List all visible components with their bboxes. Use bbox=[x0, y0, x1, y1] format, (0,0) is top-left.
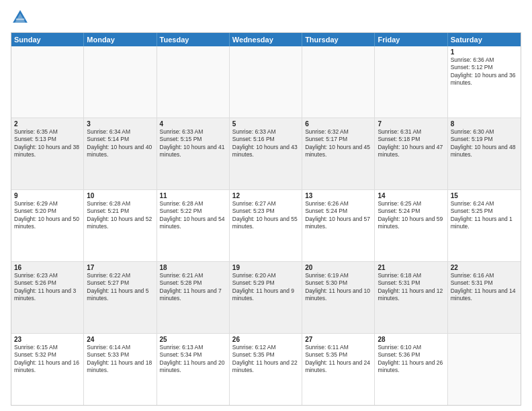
calendar-cell: 28Sunrise: 6:10 AM Sunset: 5:36 PM Dayli… bbox=[375, 334, 447, 405]
day-info: Sunrise: 6:34 AM Sunset: 5:14 PM Dayligh… bbox=[87, 128, 153, 159]
header bbox=[11, 8, 521, 27]
day-number: 26 bbox=[232, 336, 299, 343]
calendar-cell: 11Sunrise: 6:28 AM Sunset: 5:22 PM Dayli… bbox=[157, 190, 230, 261]
day-number: 13 bbox=[305, 192, 371, 199]
calendar-body: 1Sunrise: 6:36 AM Sunset: 5:12 PM Daylig… bbox=[11, 46, 521, 405]
day-info: Sunrise: 6:28 AM Sunset: 5:22 PM Dayligh… bbox=[160, 200, 226, 231]
day-info: Sunrise: 6:28 AM Sunset: 5:21 PM Dayligh… bbox=[87, 200, 153, 231]
day-number: 22 bbox=[451, 264, 518, 271]
day-info: Sunrise: 6:20 AM Sunset: 5:29 PM Dayligh… bbox=[232, 272, 299, 303]
calendar-row: 2Sunrise: 6:35 AM Sunset: 5:13 PM Daylig… bbox=[11, 118, 521, 190]
day-number: 6 bbox=[305, 120, 371, 128]
calendar-row: 16Sunrise: 6:23 AM Sunset: 5:26 PM Dayli… bbox=[11, 262, 521, 334]
cal-header-cell: Tuesday bbox=[157, 33, 230, 46]
calendar-cell: 8Sunrise: 6:30 AM Sunset: 5:19 PM Daylig… bbox=[448, 118, 521, 189]
calendar-cell bbox=[11, 46, 84, 118]
day-info: Sunrise: 6:12 AM Sunset: 5:35 PM Dayligh… bbox=[232, 344, 299, 375]
calendar-cell: 25Sunrise: 6:13 AM Sunset: 5:34 PM Dayli… bbox=[157, 334, 230, 405]
calendar-cell: 26Sunrise: 6:12 AM Sunset: 5:35 PM Dayli… bbox=[230, 334, 302, 405]
day-number: 27 bbox=[305, 336, 371, 343]
day-info: Sunrise: 6:15 AM Sunset: 5:32 PM Dayligh… bbox=[14, 344, 81, 375]
day-info: Sunrise: 6:35 AM Sunset: 5:13 PM Dayligh… bbox=[14, 128, 81, 159]
cal-header-cell: Saturday bbox=[448, 33, 521, 46]
day-number: 24 bbox=[87, 336, 153, 343]
day-info: Sunrise: 6:13 AM Sunset: 5:34 PM Dayligh… bbox=[160, 344, 226, 375]
day-info: Sunrise: 6:11 AM Sunset: 5:35 PM Dayligh… bbox=[305, 344, 371, 375]
calendar-cell: 9Sunrise: 6:29 AM Sunset: 5:20 PM Daylig… bbox=[11, 190, 84, 261]
day-number: 4 bbox=[160, 120, 226, 128]
calendar-row: 9Sunrise: 6:29 AM Sunset: 5:20 PM Daylig… bbox=[11, 190, 521, 262]
cal-header-cell: Sunday bbox=[11, 33, 84, 46]
day-number: 16 bbox=[14, 264, 81, 271]
day-number: 7 bbox=[378, 120, 444, 128]
calendar-cell bbox=[302, 46, 375, 118]
logo-icon bbox=[11, 8, 30, 27]
calendar-cell: 17Sunrise: 6:22 AM Sunset: 5:27 PM Dayli… bbox=[84, 262, 157, 333]
day-number: 2 bbox=[14, 120, 81, 128]
calendar-cell: 1Sunrise: 6:36 AM Sunset: 5:12 PM Daylig… bbox=[448, 46, 521, 118]
calendar-cell: 27Sunrise: 6:11 AM Sunset: 5:35 PM Dayli… bbox=[302, 334, 375, 405]
day-number: 5 bbox=[232, 120, 299, 128]
day-info: Sunrise: 6:22 AM Sunset: 5:27 PM Dayligh… bbox=[87, 272, 153, 303]
day-number: 19 bbox=[232, 264, 299, 271]
calendar-cell bbox=[157, 46, 230, 118]
day-info: Sunrise: 6:29 AM Sunset: 5:20 PM Dayligh… bbox=[14, 200, 81, 231]
day-info: Sunrise: 6:16 AM Sunset: 5:31 PM Dayligh… bbox=[451, 272, 518, 303]
day-info: Sunrise: 6:26 AM Sunset: 5:24 PM Dayligh… bbox=[305, 200, 371, 231]
day-number: 18 bbox=[160, 264, 226, 271]
calendar-cell: 7Sunrise: 6:31 AM Sunset: 5:18 PM Daylig… bbox=[375, 118, 447, 189]
calendar-cell bbox=[84, 46, 157, 118]
calendar-cell: 24Sunrise: 6:14 AM Sunset: 5:33 PM Dayli… bbox=[84, 334, 157, 405]
day-info: Sunrise: 6:30 AM Sunset: 5:19 PM Dayligh… bbox=[451, 128, 518, 159]
day-info: Sunrise: 6:25 AM Sunset: 5:24 PM Dayligh… bbox=[378, 200, 444, 231]
day-info: Sunrise: 6:18 AM Sunset: 5:31 PM Dayligh… bbox=[378, 272, 444, 303]
calendar-cell: 21Sunrise: 6:18 AM Sunset: 5:31 PM Dayli… bbox=[375, 262, 447, 333]
page: SundayMondayTuesdayWednesdayThursdayFrid… bbox=[0, 0, 532, 411]
calendar-cell: 14Sunrise: 6:25 AM Sunset: 5:24 PM Dayli… bbox=[375, 190, 447, 261]
calendar-cell: 18Sunrise: 6:21 AM Sunset: 5:28 PM Dayli… bbox=[157, 262, 230, 333]
svg-rect-2 bbox=[16, 19, 24, 20]
logo bbox=[11, 8, 32, 27]
day-number: 1 bbox=[451, 48, 518, 56]
day-number: 8 bbox=[451, 120, 518, 128]
day-number: 20 bbox=[305, 264, 371, 271]
calendar-cell bbox=[375, 46, 447, 118]
cal-header-cell: Wednesday bbox=[230, 33, 302, 46]
calendar-cell bbox=[448, 334, 521, 405]
calendar-row: 23Sunrise: 6:15 AM Sunset: 5:32 PM Dayli… bbox=[11, 334, 521, 405]
day-info: Sunrise: 6:24 AM Sunset: 5:25 PM Dayligh… bbox=[451, 200, 518, 231]
day-number: 25 bbox=[160, 336, 226, 343]
day-info: Sunrise: 6:10 AM Sunset: 5:36 PM Dayligh… bbox=[378, 344, 444, 375]
day-number: 11 bbox=[160, 192, 226, 199]
day-info: Sunrise: 6:23 AM Sunset: 5:26 PM Dayligh… bbox=[14, 272, 81, 303]
day-number: 15 bbox=[451, 192, 518, 199]
day-info: Sunrise: 6:33 AM Sunset: 5:15 PM Dayligh… bbox=[160, 128, 226, 159]
day-number: 14 bbox=[378, 192, 444, 199]
calendar-row: 1Sunrise: 6:36 AM Sunset: 5:12 PM Daylig… bbox=[11, 46, 521, 118]
day-info: Sunrise: 6:19 AM Sunset: 5:30 PM Dayligh… bbox=[305, 272, 371, 303]
calendar-cell: 23Sunrise: 6:15 AM Sunset: 5:32 PM Dayli… bbox=[11, 334, 84, 405]
calendar-cell: 4Sunrise: 6:33 AM Sunset: 5:15 PM Daylig… bbox=[157, 118, 230, 189]
calendar-cell: 16Sunrise: 6:23 AM Sunset: 5:26 PM Dayli… bbox=[11, 262, 84, 333]
calendar-cell bbox=[230, 46, 302, 118]
calendar-cell: 13Sunrise: 6:26 AM Sunset: 5:24 PM Dayli… bbox=[302, 190, 375, 261]
cal-header-cell: Friday bbox=[375, 33, 447, 46]
day-number: 12 bbox=[232, 192, 299, 199]
day-number: 3 bbox=[87, 120, 153, 128]
calendar-cell: 5Sunrise: 6:33 AM Sunset: 5:16 PM Daylig… bbox=[230, 118, 302, 189]
day-info: Sunrise: 6:31 AM Sunset: 5:18 PM Dayligh… bbox=[378, 128, 444, 159]
calendar-cell: 3Sunrise: 6:34 AM Sunset: 5:14 PM Daylig… bbox=[84, 118, 157, 189]
calendar-cell: 19Sunrise: 6:20 AM Sunset: 5:29 PM Dayli… bbox=[230, 262, 302, 333]
cal-header-cell: Monday bbox=[84, 33, 157, 46]
calendar: SundayMondayTuesdayWednesdayThursdayFrid… bbox=[11, 32, 521, 406]
day-info: Sunrise: 6:27 AM Sunset: 5:23 PM Dayligh… bbox=[232, 200, 299, 231]
calendar-cell: 15Sunrise: 6:24 AM Sunset: 5:25 PM Dayli… bbox=[448, 190, 521, 261]
cal-header-cell: Thursday bbox=[302, 33, 375, 46]
calendar-cell: 12Sunrise: 6:27 AM Sunset: 5:23 PM Dayli… bbox=[230, 190, 302, 261]
calendar-cell: 10Sunrise: 6:28 AM Sunset: 5:21 PM Dayli… bbox=[84, 190, 157, 261]
day-info: Sunrise: 6:32 AM Sunset: 5:17 PM Dayligh… bbox=[305, 128, 371, 159]
calendar-cell: 22Sunrise: 6:16 AM Sunset: 5:31 PM Dayli… bbox=[448, 262, 521, 333]
calendar-cell: 6Sunrise: 6:32 AM Sunset: 5:17 PM Daylig… bbox=[302, 118, 375, 189]
day-number: 21 bbox=[378, 264, 444, 271]
calendar-header: SundayMondayTuesdayWednesdayThursdayFrid… bbox=[11, 33, 521, 46]
